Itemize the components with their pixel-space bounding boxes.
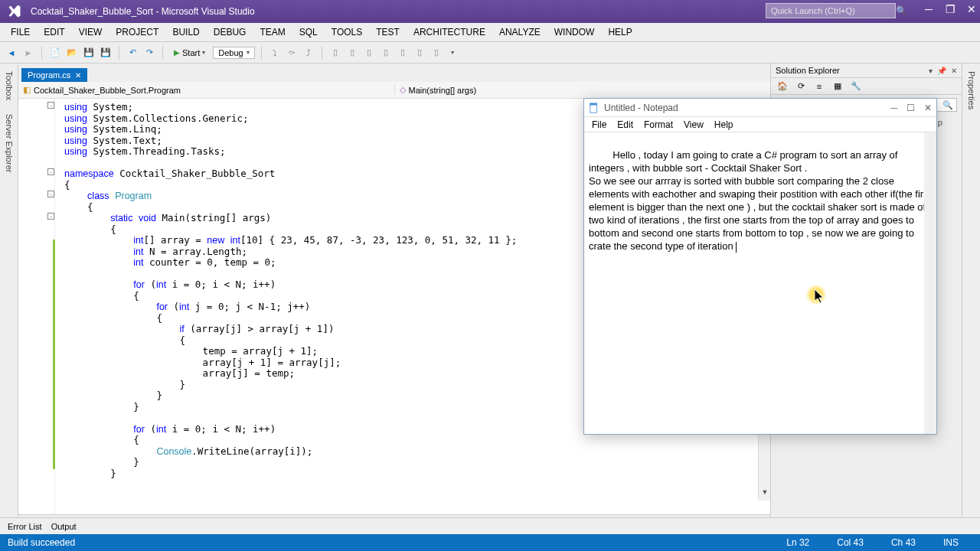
se-dropdown-icon[interactable]: ▾: [929, 67, 933, 75]
np-minimize-button[interactable]: ─: [890, 103, 897, 113]
save-icon[interactable]: 💾: [82, 46, 96, 60]
np-close-button[interactable]: ✕: [924, 103, 932, 113]
misc2-icon[interactable]: ▯: [413, 46, 426, 60]
notepad-title: Untitled - Notepad: [604, 103, 886, 113]
svg-rect-1: [590, 103, 597, 105]
notepad-window[interactable]: Untitled - Notepad ─ ☐ ✕ FileEditFormatV…: [583, 98, 937, 435]
start-debug-button[interactable]: ▶ Start ▾: [169, 47, 210, 59]
method-icon: ◇: [400, 85, 406, 95]
save-all-icon[interactable]: 💾: [99, 46, 113, 60]
collapse-icon[interactable]: ≡: [812, 80, 826, 93]
fold-icon[interactable]: -: [47, 213, 54, 220]
minimize-button[interactable]: ─: [923, 3, 934, 14]
menu-window[interactable]: WINDOW: [548, 24, 601, 40]
menu-tools[interactable]: TOOLS: [325, 24, 368, 40]
output-tab[interactable]: Output: [51, 522, 77, 531]
change-indicator: [53, 240, 55, 469]
properties-tab[interactable]: Properties: [965, 68, 978, 112]
class-icon: ◧: [23, 85, 31, 95]
server-explorer-tab[interactable]: Server Explorer: [3, 111, 15, 175]
status-ch: Ch 43: [891, 537, 916, 548]
vs-logo-icon: [6, 3, 23, 20]
toolbar-overflow-icon[interactable]: ▾: [451, 49, 454, 56]
comment-icon[interactable]: ▯: [328, 46, 342, 60]
properties-icon[interactable]: 🔧: [849, 80, 863, 93]
status-bar: Build succeeded Ln 32 Col 43 Ch 43 INS: [0, 534, 980, 551]
toolbox-tab[interactable]: Toolbox: [3, 68, 15, 103]
step-over-icon[interactable]: ⤼: [285, 46, 299, 60]
close-button[interactable]: ✕: [966, 3, 977, 14]
menu-view[interactable]: VIEW: [73, 24, 109, 40]
menu-analyze[interactable]: ANALYZE: [493, 24, 547, 40]
main-toolbar: ◄ ► 📄 📂 💾 💾 ↶ ↷ ▶ Start ▾ Debug ▾ ⤵ ⤼ ⤴ …: [0, 42, 980, 64]
menu-file[interactable]: FILE: [5, 24, 36, 40]
notepad-text-area[interactable]: Hello , today I am going to crate a C# p…: [584, 132, 936, 434]
start-label: Start: [182, 48, 200, 57]
menu-project[interactable]: PROJECT: [109, 24, 165, 40]
notepad-titlebar[interactable]: Untitled - Notepad ─ ☐ ✕: [584, 99, 936, 117]
text-caret: [736, 242, 737, 253]
status-ins: INS: [943, 537, 959, 548]
misc3-icon[interactable]: ▯: [430, 46, 443, 60]
bottom-tool-tabs: Error List Output: [0, 517, 980, 534]
type-dropdown[interactable]: ◧ Cocktail_Shaker_Bubble_Sort.Program: [18, 85, 395, 95]
quick-launch-placeholder: Quick Launch (Ctrl+Q): [771, 6, 855, 15]
notepad-menu: FileEditFormatViewHelp: [584, 117, 936, 132]
status-col: Col 43: [837, 537, 864, 548]
new-project-icon[interactable]: 📄: [48, 46, 62, 60]
home-icon[interactable]: 🏠: [776, 80, 789, 93]
showall-icon[interactable]: ▦: [831, 80, 844, 93]
misc1-icon[interactable]: ▯: [396, 46, 410, 60]
left-tool-wells: Toolbox Server Explorer: [0, 64, 18, 528]
nav-back-icon[interactable]: ◄: [5, 46, 18, 60]
close-tab-icon[interactable]: ✕: [75, 71, 81, 80]
fold-icon[interactable]: -: [47, 191, 54, 197]
notepad-scrollbar[interactable]: [924, 132, 936, 434]
menu-architecture[interactable]: ARCHITECTURE: [407, 24, 492, 40]
refresh-icon[interactable]: ⟳: [794, 80, 808, 93]
right-tool-wells: Properties: [962, 64, 980, 528]
solution-explorer-toolbar: 🏠 ⟳ ≡ ▦ 🔧: [771, 78, 962, 95]
pin-icon[interactable]: 📌: [937, 67, 946, 75]
np-menu-view[interactable]: View: [679, 118, 708, 132]
menu-build[interactable]: BUILD: [166, 24, 205, 40]
np-menu-format[interactable]: Format: [639, 118, 678, 132]
status-line: Ln 32: [786, 537, 809, 548]
quick-launch-input[interactable]: Quick Launch (Ctrl+Q): [766, 3, 896, 18]
scroll-down-icon[interactable]: ▼: [759, 488, 770, 500]
se-close-icon[interactable]: ✕: [951, 67, 957, 75]
open-icon[interactable]: 📂: [65, 46, 79, 60]
redo-icon[interactable]: ↷: [142, 46, 156, 60]
np-maximize-button[interactable]: ☐: [906, 103, 915, 113]
notepad-icon: [589, 103, 599, 113]
search-icon[interactable]: 🔍: [896, 5, 907, 16]
menu-team[interactable]: TEAM: [253, 24, 291, 40]
document-tabs: Program.cs ✕: [18, 64, 770, 82]
build-config-dropdown[interactable]: Debug ▾: [213, 47, 254, 59]
navigation-bar: ◧ Cocktail_Shaker_Bubble_Sort.Program ◇ …: [18, 82, 770, 99]
menu-help[interactable]: HELP: [602, 24, 638, 40]
search-icon[interactable]: 🔍: [942, 100, 953, 110]
step-into-icon[interactable]: ⤵: [268, 46, 282, 60]
bookmark-icon[interactable]: ▯: [362, 46, 376, 60]
error-list-tab[interactable]: Error List: [8, 522, 42, 531]
np-menu-help[interactable]: Help: [710, 118, 738, 132]
step-out-icon[interactable]: ⤴: [302, 46, 315, 60]
maximize-button[interactable]: ❐: [945, 3, 956, 14]
nav-fwd-icon: ►: [21, 46, 35, 60]
uncomment-icon[interactable]: ▯: [345, 46, 359, 60]
fold-icon[interactable]: -: [47, 168, 54, 175]
np-menu-file[interactable]: File: [587, 118, 611, 132]
fold-icon[interactable]: -: [47, 102, 54, 109]
tab-program-cs[interactable]: Program.cs ✕: [21, 68, 87, 82]
menu-sql[interactable]: SQL: [293, 24, 324, 40]
menu-test[interactable]: TEST: [370, 24, 406, 40]
np-menu-edit[interactable]: Edit: [612, 118, 638, 132]
menu-debug[interactable]: DEBUG: [207, 24, 253, 40]
outline-gutter[interactable]: - - - -: [18, 99, 55, 514]
title-bar: Cocktail_Shaker_Bubble_Sort - Microsoft …: [0, 0, 980, 23]
undo-icon[interactable]: ↶: [126, 46, 139, 60]
toggle-icon[interactable]: ▯: [379, 46, 393, 60]
member-dropdown[interactable]: ◇ Main(string[] args): [395, 85, 771, 95]
menu-edit[interactable]: EDIT: [38, 24, 70, 40]
